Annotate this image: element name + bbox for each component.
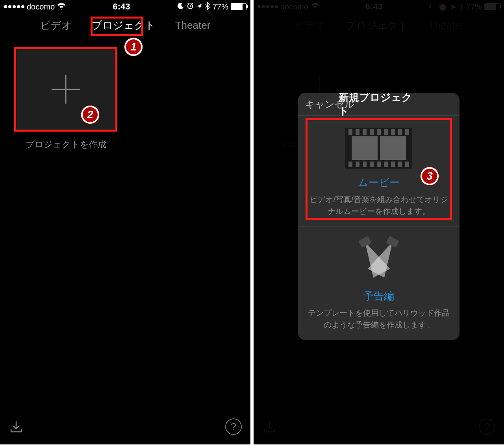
new-project-modal: キャンセル 新規プロジェクト ムービー ビデオ/写真/音楽を組み合わせてオリジナ… xyxy=(298,93,460,340)
status-right: 77% xyxy=(177,2,246,12)
option-trailer[interactable]: 予告編 テンプレートを使用してハリウッド作品のような予告編を作成します。 xyxy=(298,227,460,340)
help-icon[interactable]: ? xyxy=(225,418,242,435)
option-movie-title: ムービー xyxy=(308,176,450,190)
battery-icon xyxy=(231,3,246,10)
option-movie[interactable]: ムービー ビデオ/写真/音楽を組み合わせてオリジナルムービーを作成します。 xyxy=(298,116,460,227)
option-trailer-title: 予告編 xyxy=(308,289,450,303)
alarm-icon xyxy=(187,2,194,11)
filmstrip-icon xyxy=(345,128,412,169)
carrier-label: docomo xyxy=(27,2,55,11)
modal-title: 新規プロジェクト xyxy=(339,93,419,118)
battery-pct: 77% xyxy=(213,2,228,11)
location-icon xyxy=(196,2,202,11)
tab-projects[interactable]: プロジェクト xyxy=(92,19,156,32)
create-project-caption: プロジェクトを作成 xyxy=(14,139,117,151)
wifi-icon xyxy=(57,2,66,11)
option-movie-desc: ビデオ/写真/音楽を組み合わせてオリジナルムービーを作成します。 xyxy=(308,193,450,217)
clock: 6:43 xyxy=(113,2,130,12)
plus-icon xyxy=(52,75,80,104)
tab-video[interactable]: ビデオ xyxy=(40,19,72,32)
option-trailer-desc: テンプレートを使用してハリウッド作品のような予告編を作成します。 xyxy=(308,307,450,331)
status-bar: docomo 6:43 77% xyxy=(0,0,250,13)
create-project-tile[interactable] xyxy=(14,47,117,132)
do-not-disturb-icon xyxy=(177,2,184,11)
tab-theater[interactable]: Theater xyxy=(175,19,211,32)
signal-strength-icon xyxy=(4,5,24,8)
import-icon[interactable] xyxy=(9,419,24,434)
bottom-toolbar: ? xyxy=(0,409,250,444)
status-left: docomo xyxy=(4,2,66,11)
phone-screen-left: docomo 6:43 77% ビデオ プロジェクト Theater xyxy=(0,0,250,444)
top-tabs: ビデオ プロジェクト Theater xyxy=(0,13,250,37)
create-area: プロジェクトを作成 xyxy=(0,47,250,151)
spotlights-icon xyxy=(345,239,412,282)
bluetooth-icon xyxy=(205,2,210,12)
phone-screen-right: docomo 6:43 ☾ ⏰ ➤ ᚼ 77% ビデオ プロジェクト Theat… xyxy=(254,0,504,444)
modal-header: キャンセル 新規プロジェクト xyxy=(298,93,460,116)
